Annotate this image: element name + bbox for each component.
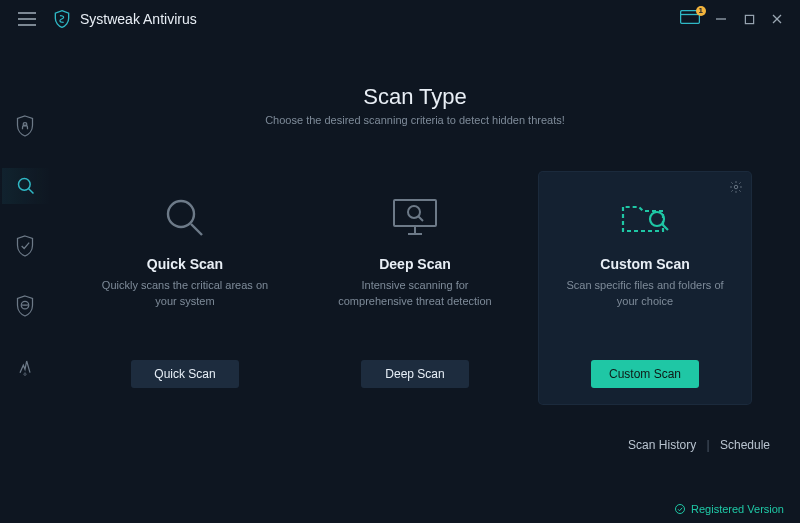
app-logo: Systweak Antivirus — [52, 9, 197, 29]
main-content: Scan Type Choose the desired scanning cr… — [50, 38, 800, 523]
footer-links: Scan History | Schedule — [60, 438, 770, 452]
sidebar-item-web[interactable] — [0, 288, 50, 324]
credit-badge: 1 — [696, 6, 706, 16]
svg-point-18 — [408, 206, 420, 218]
maximize-button[interactable] — [742, 12, 756, 26]
sidebar — [0, 38, 50, 523]
card-desc: Intensive scanning for comprehensive thr… — [325, 278, 505, 312]
monitor-scan-icon — [390, 190, 440, 246]
card-title: Deep Scan — [379, 256, 451, 272]
sidebar-item-tools[interactable] — [0, 348, 50, 384]
svg-line-14 — [191, 224, 202, 235]
magnifier-icon — [161, 190, 209, 246]
registered-badge: Registered Version — [674, 503, 784, 515]
shield-logo-icon — [52, 9, 72, 29]
titlebar: Systweak Antivirus 1 — [0, 0, 800, 38]
card-deep-scan: Deep Scan Intensive scanning for compreh… — [309, 172, 521, 404]
app-title: Systweak Antivirus — [80, 11, 197, 27]
minimize-button[interactable] — [714, 12, 728, 26]
card-desc: Scan specific files and folders of your … — [555, 278, 735, 312]
svg-point-20 — [734, 185, 738, 189]
svg-rect-15 — [394, 200, 436, 226]
sidebar-item-realtime[interactable] — [0, 228, 50, 264]
folder-scan-icon — [619, 190, 671, 246]
quick-scan-button[interactable]: Quick Scan — [131, 360, 239, 388]
sidebar-item-protection[interactable] — [0, 108, 50, 144]
divider: | — [706, 438, 709, 452]
card-custom-scan: Custom Scan Scan specific files and fold… — [539, 172, 751, 404]
card-title: Custom Scan — [600, 256, 689, 272]
custom-scan-button[interactable]: Custom Scan — [591, 360, 699, 388]
card-quick-scan: Quick Scan Quickly scans the critical ar… — [79, 172, 291, 404]
svg-point-10 — [19, 179, 31, 191]
card-settings-button[interactable] — [729, 180, 743, 198]
svg-rect-6 — [745, 15, 753, 23]
menu-button[interactable] — [8, 0, 46, 38]
svg-line-19 — [419, 217, 424, 222]
deep-scan-button[interactable]: Deep Scan — [361, 360, 469, 388]
card-title: Quick Scan — [147, 256, 223, 272]
scan-history-link[interactable]: Scan History — [628, 438, 696, 452]
schedule-link[interactable]: Schedule — [720, 438, 770, 452]
registered-label: Registered Version — [691, 503, 784, 515]
svg-point-13 — [168, 201, 194, 227]
close-button[interactable] — [770, 12, 784, 26]
page-subtitle: Choose the desired scanning criteria to … — [60, 114, 770, 126]
credit-card-icon[interactable]: 1 — [680, 10, 700, 28]
sidebar-item-scan[interactable] — [0, 168, 50, 204]
svg-point-23 — [676, 505, 685, 514]
svg-line-11 — [29, 189, 34, 194]
page-title: Scan Type — [60, 84, 770, 110]
card-desc: Quickly scans the critical areas on your… — [95, 278, 275, 312]
svg-point-21 — [650, 212, 664, 226]
